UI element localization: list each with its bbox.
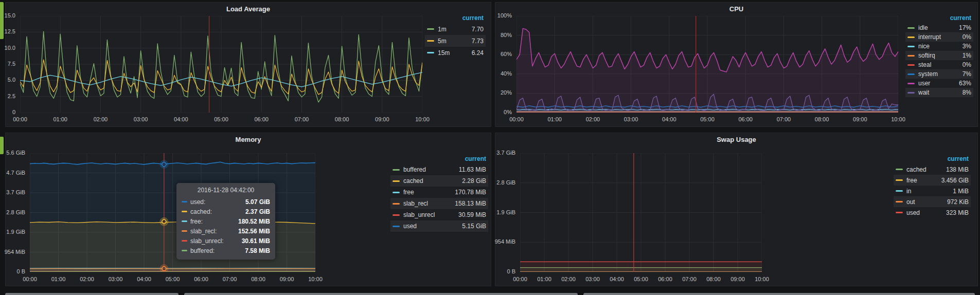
load-y-axis: 15.012.510.07.55.02.50 bbox=[6, 16, 18, 113]
cpu-chart[interactable] bbox=[516, 16, 898, 113]
legend-item-1m[interactable]: 1m7.70 bbox=[425, 23, 486, 35]
y-tick-label: 3.7 GiB bbox=[496, 150, 515, 156]
x-tick-label: 02:00 bbox=[556, 276, 581, 282]
row-collapse-tab[interactable] bbox=[0, 137, 4, 154]
next-row-panel-top[interactable] bbox=[184, 293, 578, 295]
x-tick-label: 08:00 bbox=[809, 116, 835, 122]
next-row-panel-top[interactable] bbox=[583, 293, 975, 295]
legend-label: out bbox=[906, 198, 915, 206]
legend-item-interrupt[interactable]: interrupt0% bbox=[905, 32, 973, 42]
tooltip-series-label: used: bbox=[190, 198, 205, 206]
memory-x-axis: 00:0001:0002:0003:0004:0005:0006:0007:00… bbox=[30, 276, 315, 283]
legend-current-value: 0% bbox=[963, 33, 971, 41]
x-tick-label: 07:00 bbox=[289, 116, 314, 122]
y-tick-label: 0 B bbox=[507, 268, 515, 274]
panel-swap-usage: Swap Usage 3.7 GiB2.8 GiB1.9 GiB954 MiB0… bbox=[495, 133, 978, 286]
series-color-swatch-icon bbox=[907, 36, 915, 38]
x-tick-label: 00:00 bbox=[507, 276, 533, 282]
y-tick-label: 15.0 bbox=[5, 12, 15, 19]
legend-item-buffered[interactable]: buffered11.63 MiB bbox=[390, 164, 488, 175]
legend-item-user[interactable]: user63% bbox=[905, 79, 973, 88]
legend-header-current[interactable]: current bbox=[425, 14, 486, 23]
tooltip-row: slab_recl:152.56 MiB bbox=[182, 226, 270, 236]
series-color-swatch-icon bbox=[182, 220, 187, 222]
legend-current-value: 8% bbox=[963, 89, 971, 96]
panel-title[interactable]: Swap Usage bbox=[495, 136, 977, 143]
series-color-swatch-icon bbox=[907, 27, 915, 29]
row-collapse-tab[interactable] bbox=[0, 2, 4, 39]
legend-item-used[interactable]: used5.15 GiB bbox=[390, 220, 488, 232]
legend-label: 5m bbox=[438, 38, 447, 45]
next-row-panel-top[interactable] bbox=[5, 293, 179, 295]
legend-item-softirq[interactable]: softirq1% bbox=[905, 51, 973, 60]
y-tick-label: 1.9 GiB bbox=[496, 209, 515, 215]
legend-item-nice[interactable]: nice3% bbox=[905, 42, 973, 51]
load-average-chart[interactable] bbox=[20, 16, 422, 113]
legend-current-value: 6.24 bbox=[472, 49, 484, 57]
legend-item-system[interactable]: system7% bbox=[905, 69, 973, 79]
tooltip-row: free:180.52 MiB bbox=[182, 216, 270, 226]
x-tick-label: 00:00 bbox=[504, 116, 529, 122]
hover-point-marker bbox=[162, 162, 166, 167]
cpu-x-axis: 00:0001:0002:0003:0004:0005:0006:0007:00… bbox=[516, 116, 898, 123]
x-tick-label: 05:00 bbox=[160, 276, 186, 282]
x-tick-label: 02:00 bbox=[74, 276, 100, 282]
panel-title[interactable]: Memory bbox=[6, 136, 491, 143]
legend-current-value: 1 MiB bbox=[953, 188, 969, 195]
x-tick-label: 06:00 bbox=[733, 116, 758, 122]
x-tick-label: 01:00 bbox=[531, 276, 557, 282]
load-x-axis: 00:0001:0002:0003:0004:0005:0006:0007:00… bbox=[20, 116, 422, 123]
panel-title[interactable]: Load Average bbox=[6, 5, 491, 13]
legend-item-slab_unrecl[interactable]: slab_unrecl30.59 MiB bbox=[390, 209, 488, 220]
legend-label: softirq bbox=[918, 52, 935, 59]
x-tick-label: 03:00 bbox=[580, 276, 605, 282]
x-tick-label: 05:00 bbox=[208, 116, 234, 122]
legend-header-current[interactable]: current bbox=[894, 155, 971, 164]
series-color-swatch-icon bbox=[907, 64, 915, 66]
legend-item-used[interactable]: used323 MiB bbox=[894, 207, 971, 218]
swap-chart[interactable] bbox=[520, 153, 762, 272]
x-tick-label: 03:00 bbox=[618, 116, 644, 122]
legend-item-slab_recl[interactable]: slab_recl158.13 MiB bbox=[390, 198, 488, 209]
y-tick-label: 954 MiB bbox=[5, 249, 25, 255]
series-color-swatch-icon bbox=[907, 73, 915, 75]
panel-title[interactable]: CPU bbox=[495, 5, 977, 13]
x-tick-label: 00:00 bbox=[7, 116, 33, 122]
legend-item-free[interactable]: free170.78 MiB bbox=[390, 187, 488, 198]
legend-item-cached[interactable]: cached138 MiB bbox=[894, 164, 971, 175]
legend-header-current[interactable]: current bbox=[905, 14, 973, 23]
tooltip-series-value: 180.52 MiB bbox=[238, 218, 270, 225]
legend-label: steal bbox=[918, 61, 931, 68]
y-tick-label: 10.0 bbox=[5, 45, 15, 51]
series-color-swatch-icon bbox=[182, 240, 187, 242]
swap-y-axis: 3.7 GiB2.8 GiB1.9 GiB954 MiB0 B bbox=[495, 153, 518, 272]
legend-current-value: 1% bbox=[963, 52, 971, 59]
legend-label: system bbox=[918, 70, 938, 78]
x-tick-label: 05:00 bbox=[694, 116, 720, 122]
y-tick-label: 5.6 GiB bbox=[6, 150, 25, 156]
series-color-swatch-icon bbox=[907, 55, 915, 57]
legend-item-free[interactable]: free3.456 GiB bbox=[894, 175, 971, 186]
legend-current-value: 7% bbox=[963, 70, 971, 78]
series-color-swatch-icon bbox=[393, 192, 400, 193]
legend-item-in[interactable]: in1 MiB bbox=[894, 186, 971, 196]
legend-item-15m[interactable]: 15m6.24 bbox=[425, 47, 486, 59]
legend-item-5m[interactable]: 5m7.73 bbox=[425, 35, 486, 47]
x-tick-label: 03:00 bbox=[128, 116, 154, 122]
series-color-swatch-icon bbox=[427, 40, 434, 42]
legend-item-steal[interactable]: steal0% bbox=[905, 60, 973, 69]
legend-item-cached[interactable]: cached2.28 GiB bbox=[390, 175, 488, 187]
legend-current-value: 158.13 MiB bbox=[455, 200, 486, 207]
legend-current-value: 3.456 GiB bbox=[941, 177, 969, 184]
x-tick-label: 07:00 bbox=[771, 116, 796, 122]
legend-item-idle[interactable]: idle17% bbox=[905, 23, 973, 32]
tooltip-series-label: slab_recl: bbox=[190, 228, 217, 235]
series-color-swatch-icon bbox=[896, 212, 903, 213]
y-tick-label: 4.7 GiB bbox=[6, 170, 25, 176]
tooltip-series-label: slab_unrecl: bbox=[190, 237, 224, 245]
x-tick-label: 07:00 bbox=[676, 276, 702, 282]
legend-item-wait[interactable]: wait8% bbox=[905, 88, 973, 97]
y-tick-label: 12.5 bbox=[5, 28, 15, 34]
legend-item-out[interactable]: out972 KiB bbox=[894, 196, 971, 207]
legend-header-current[interactable]: current bbox=[390, 155, 488, 164]
